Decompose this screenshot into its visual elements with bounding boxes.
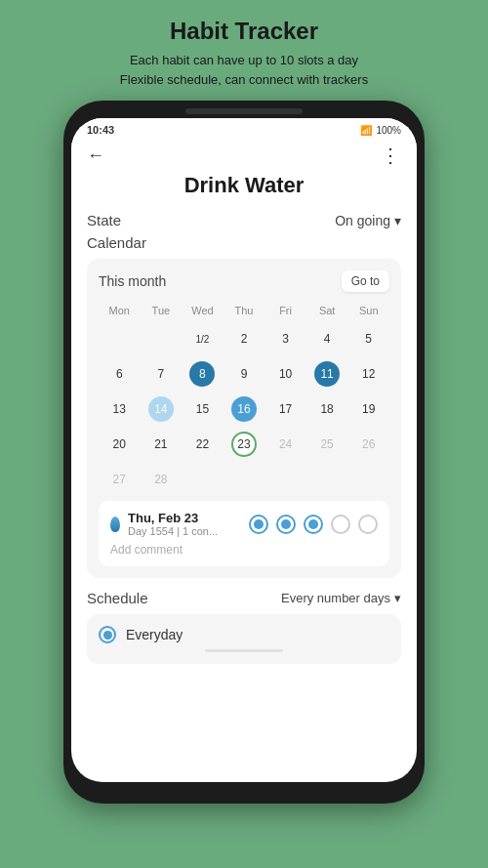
indicator-2	[276, 515, 296, 534]
cal-header-sun: Sun	[347, 302, 389, 319]
circle-indicators	[249, 515, 378, 534]
cal-cell-25: 25	[306, 429, 348, 460]
phone-notch	[185, 108, 303, 114]
cal-cell-20[interactable]: 20	[99, 429, 141, 460]
schedule-divider	[205, 649, 283, 652]
cal-cell-4[interactable]: 4	[306, 323, 348, 354]
app-subtitle: Each habit can have up to 10 slots a day…	[120, 51, 368, 89]
habit-title: Drink Water	[87, 173, 401, 198]
cal-row-4: 20 21 22 23 24 25 26	[99, 429, 389, 460]
battery-text: 100%	[376, 125, 401, 136]
cal-cell-14[interactable]: 14	[141, 393, 183, 425]
signal-icon: 📶	[360, 125, 372, 136]
cal-cell-27: 27	[99, 464, 141, 495]
cal-cell-2[interactable]: 2	[224, 323, 265, 354]
cal-cell-7[interactable]: 7	[141, 358, 183, 390]
calendar-section-label: Calendar	[87, 234, 401, 251]
calendar-header: This month Go to	[99, 270, 389, 292]
phone-screen: 10:43 📶 100% ← ⋮ Drink Water State On go…	[71, 118, 417, 782]
cal-header-mon: Mon	[99, 302, 141, 319]
indicator-3	[304, 515, 323, 534]
cal-cell-13[interactable]: 13	[99, 393, 141, 425]
cal-cell-empty5	[264, 464, 306, 495]
subtitle-line2: Flexible schedule, can connect with trac…	[120, 72, 368, 87]
cal-cell-28: 28	[141, 464, 183, 495]
cal-cell-empty2	[141, 323, 183, 354]
day-info-card: Thu, Feb 23 Day 1554 | 1 con... Add comm…	[99, 501, 389, 566]
day-info-sub: Day 1554 | 1 con...	[128, 525, 218, 537]
cal-row-1: 1/2 2 3 4 5	[99, 323, 389, 354]
cal-row-3: 13 14 15 16 17 18 19	[99, 393, 389, 425]
schedule-value-text: Every number days	[281, 591, 390, 605]
chevron-down-schedule-icon: ▾	[394, 591, 401, 605]
everyday-radio[interactable]	[99, 626, 116, 643]
cal-cell-5[interactable]: 5	[347, 323, 389, 354]
cal-header-fri: Fri	[264, 302, 306, 319]
cal-cell-10[interactable]: 10	[264, 358, 306, 390]
cal-row-5: 27 28	[99, 464, 389, 495]
cal-cell-empty6	[306, 464, 348, 495]
cal-header-sat: Sat	[306, 302, 348, 319]
cal-cell-8[interactable]: 8	[182, 358, 224, 390]
status-bar: 10:43 📶 100%	[71, 118, 417, 138]
cal-cell-17[interactable]: 17	[264, 393, 306, 425]
cal-cell-12[interactable]: 12	[347, 358, 389, 390]
cal-header-wed: Wed	[182, 302, 224, 319]
indicator-5	[358, 515, 378, 534]
chevron-down-icon: ▾	[394, 213, 401, 228]
water-drop-icon	[110, 517, 120, 532]
cal-cell-23-today[interactable]: 23	[224, 429, 265, 460]
cal-cell-9[interactable]: 9	[224, 358, 265, 390]
schedule-label: Schedule	[87, 590, 148, 606]
cal-cell-26: 26	[347, 429, 389, 460]
cal-header-tue: Tue	[141, 302, 183, 319]
day-info-date: Thu, Feb 23	[128, 511, 218, 525]
cal-cell-18[interactable]: 18	[306, 393, 348, 425]
cal-cell-empty3	[182, 464, 224, 495]
status-icons: 📶 100%	[360, 125, 401, 136]
state-dropdown[interactable]: On going ▾	[335, 213, 401, 228]
screen-content: Drink Water State On going ▾ Calendar Th…	[71, 173, 417, 782]
calendar-header-row: Mon Tue Wed Thu Fri Sat Sun	[99, 302, 389, 319]
state-label: State	[87, 212, 121, 228]
cal-cell-3[interactable]: 3	[264, 323, 306, 354]
phone-device: 10:43 📶 100% ← ⋮ Drink Water State On go…	[63, 101, 425, 804]
cal-cell-22[interactable]: 22	[182, 429, 224, 460]
cal-cell-empty4	[224, 464, 265, 495]
nav-bar: ← ⋮	[71, 138, 417, 173]
add-comment-button[interactable]: Add comment	[110, 543, 378, 557]
cal-cell-15[interactable]: 15	[182, 393, 224, 425]
schedule-row: Schedule Every number days ▾	[87, 590, 401, 606]
state-value-text: On going	[335, 213, 390, 228]
cal-row-2: 6 7 8 9 10 11 12	[99, 358, 389, 390]
cal-cell-empty7	[347, 464, 389, 495]
subtitle-line1: Each habit can have up to 10 slots a day	[130, 53, 358, 67]
everyday-label: Everyday	[126, 627, 183, 642]
cal-cell-11[interactable]: 11	[306, 358, 348, 390]
cal-cell-1-2[interactable]: 1/2	[182, 323, 224, 354]
day-info-row: Thu, Feb 23 Day 1554 | 1 con...	[110, 511, 378, 537]
status-time: 10:43	[87, 124, 114, 136]
day-info-texts: Thu, Feb 23 Day 1554 | 1 con...	[128, 511, 218, 537]
goto-button[interactable]: Go to	[342, 270, 389, 292]
cal-cell-16[interactable]: 16	[224, 393, 265, 425]
cal-cell-21[interactable]: 21	[141, 429, 183, 460]
indicator-4	[331, 515, 350, 534]
month-label: This month	[99, 273, 166, 289]
schedule-card: Everyday	[87, 614, 401, 664]
back-button[interactable]: ←	[87, 145, 104, 166]
app-title: Habit Tracker	[120, 18, 368, 45]
calendar-card: This month Go to Mon Tue Wed Thu Fri Sat…	[87, 259, 401, 578]
cal-cell-24: 24	[264, 429, 306, 460]
calendar-grid: Mon Tue Wed Thu Fri Sat Sun 1/2 2	[99, 302, 389, 495]
cal-header-thu: Thu	[224, 302, 265, 319]
cal-cell-empty1	[99, 323, 141, 354]
cal-cell-19[interactable]: 19	[347, 393, 389, 425]
more-menu-button[interactable]: ⋮	[381, 144, 401, 167]
app-header: Habit Tracker Each habit can have up to …	[91, 0, 397, 101]
indicator-1	[249, 515, 268, 534]
schedule-dropdown[interactable]: Every number days ▾	[281, 591, 401, 605]
state-row: State On going ▾	[87, 212, 401, 228]
cal-cell-6[interactable]: 6	[99, 358, 141, 390]
everyday-option[interactable]: Everyday	[99, 626, 389, 643]
